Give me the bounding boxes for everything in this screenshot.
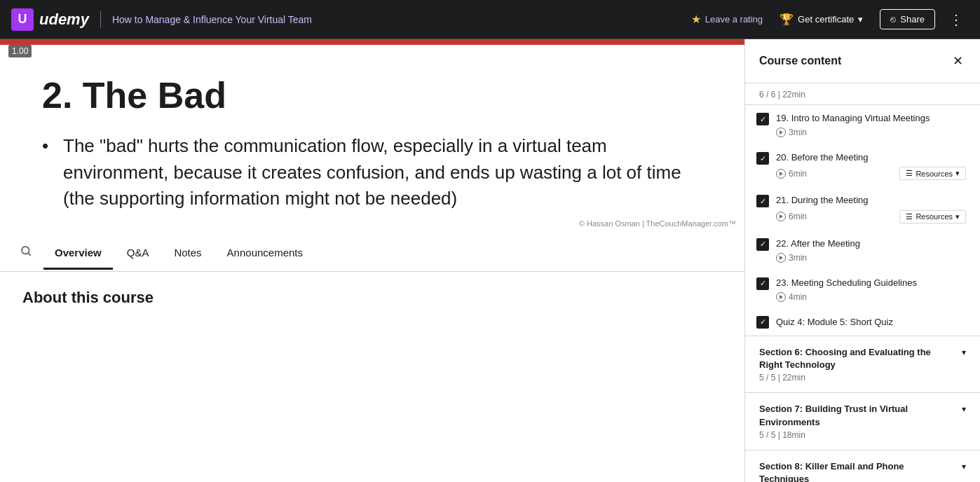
resources-chevron-icon: ▾ bbox=[955, 212, 960, 221]
course-content-header: Course content ✕ bbox=[745, 39, 980, 83]
main-content: 2. The Bad The "bad" hurts the communica… bbox=[0, 39, 980, 482]
more-menu-button[interactable]: ⋮ bbox=[944, 8, 969, 31]
quiz-4-title: Quiz 4: Module 5: Short Quiz bbox=[776, 317, 893, 327]
lesson-20-info: 20. Before the Meeting 6min ☰ Resources … bbox=[776, 151, 966, 180]
svg-point-0 bbox=[22, 247, 29, 254]
section-8-header[interactable]: Section 8: Killer Email and Phone Techni… bbox=[745, 450, 980, 482]
tab-announcements[interactable]: Announcements bbox=[216, 235, 314, 270]
left-panel: 2. The Bad The "bad" hurts the communica… bbox=[0, 39, 744, 482]
lesson-19-title: 19. Intro to Managing Virtual Meetings bbox=[776, 112, 966, 125]
section-8-title: Section 8: Killer Email and Phone Techni… bbox=[759, 460, 956, 482]
section-7-chevron-icon: ▾ bbox=[962, 404, 966, 414]
video-timestamp: 1.00 bbox=[8, 45, 32, 57]
lesson-22-title: 22. After the Meeting bbox=[776, 237, 966, 250]
resources-chevron-icon: ▾ bbox=[955, 169, 960, 178]
content-list: 6 / 6 | 22min ✓ 19. Intro to Managing Vi… bbox=[745, 83, 980, 482]
section-5-item: 6 / 6 | 22min ✓ 19. Intro to Managing Vi… bbox=[745, 83, 980, 336]
header-actions: ★ Leave a rating 🏆 Get certificate ▾ ⎋ S… bbox=[691, 8, 969, 31]
quiz-4[interactable]: ✓ Quiz 4: Module 5: Short Quiz bbox=[745, 309, 980, 336]
tab-overview[interactable]: Overview bbox=[43, 235, 113, 270]
lesson-22-checkbox: ✓ bbox=[756, 238, 769, 251]
lesson-19-meta: 3min bbox=[776, 128, 966, 137]
quiz-4-checkbox: ✓ bbox=[756, 316, 769, 329]
tabs-bar: Overview Q&A Notes Announcements bbox=[0, 233, 744, 272]
lesson-19[interactable]: ✓ 19. Intro to Managing Virtual Meetings… bbox=[745, 105, 980, 144]
logo[interactable]: U udemy bbox=[11, 8, 89, 31]
play-icon bbox=[776, 128, 786, 137]
play-icon bbox=[776, 292, 786, 302]
lesson-22-info: 22. After the Meeting 3min bbox=[776, 237, 966, 263]
search-tab-icon[interactable] bbox=[11, 233, 41, 271]
section-6-header[interactable]: Section 6: Choosing and Evaluating the R… bbox=[745, 336, 980, 392]
section-7-meta: 5 / 5 | 18min bbox=[759, 430, 956, 440]
tab-notes[interactable]: Notes bbox=[163, 235, 212, 270]
chevron-down-icon: ▾ bbox=[858, 14, 863, 25]
video-slide: 2. The Bad The "bad" hurts the communica… bbox=[0, 39, 744, 233]
lesson-21-meta: 6min ☰ Resources ▾ bbox=[776, 210, 966, 223]
slide-watermark: © Hassan Osman | TheCouchManager.com™ bbox=[579, 219, 736, 228]
section-8-item: Section 8: Killer Email and Phone Techni… bbox=[745, 450, 980, 482]
lesson-20-resources-button[interactable]: ☰ Resources ▾ bbox=[899, 167, 966, 180]
app-header: U udemy How to Manage & Influence Your V… bbox=[0, 0, 980, 39]
svg-line-1 bbox=[28, 254, 30, 256]
slide-heading: 2. The Bad bbox=[42, 74, 226, 116]
lesson-22-duration: 3min bbox=[776, 253, 807, 263]
lesson-19-duration: 3min bbox=[776, 128, 807, 137]
lesson-20-title: 20. Before the Meeting bbox=[776, 151, 966, 164]
play-icon bbox=[776, 253, 786, 263]
section-7-item: Section 7: Building Trust in Virtual Env… bbox=[745, 393, 980, 450]
lesson-23-checkbox: ✓ bbox=[756, 277, 769, 290]
lesson-22[interactable]: ✓ 22. After the Meeting 3min bbox=[745, 230, 980, 270]
lesson-21[interactable]: ✓ 21. During the Meeting 6min ☰ Resource… bbox=[745, 187, 980, 230]
lesson-20-duration: 6min bbox=[776, 169, 807, 179]
section-6-title: Section 6: Choosing and Evaluating the R… bbox=[759, 346, 956, 371]
play-icon bbox=[776, 212, 786, 221]
resources-icon: ☰ bbox=[906, 169, 913, 178]
section-8-chevron-icon: ▾ bbox=[962, 462, 966, 471]
slide-top-bar bbox=[0, 39, 744, 45]
about-heading: About this course bbox=[22, 289, 722, 307]
section-7-title: Section 7: Building Trust in Virtual Env… bbox=[759, 403, 956, 428]
lesson-21-checkbox: ✓ bbox=[756, 195, 769, 207]
section-6-item: Section 6: Choosing and Evaluating the R… bbox=[745, 336, 980, 393]
course-title: How to Manage & Influence Your Virtual T… bbox=[112, 14, 680, 25]
section-6-chevron-icon: ▾ bbox=[962, 347, 966, 357]
rating-label: Leave a rating bbox=[705, 14, 763, 25]
logo-icon: U bbox=[11, 8, 34, 31]
logo-wordmark: udemy bbox=[39, 11, 89, 29]
lesson-19-info: 19. Intro to Managing Virtual Meetings 3… bbox=[776, 112, 966, 137]
lesson-21-resources-button[interactable]: ☰ Resources ▾ bbox=[899, 210, 966, 223]
lesson-21-info: 21. During the Meeting 6min ☰ Resources … bbox=[776, 194, 966, 223]
get-certificate-button[interactable]: 🏆 Get certificate ▾ bbox=[771, 8, 871, 30]
course-content-title: Course content bbox=[759, 55, 841, 67]
lesson-20-meta: 6min ☰ Resources ▾ bbox=[776, 167, 966, 180]
close-panel-button[interactable]: ✕ bbox=[950, 50, 966, 71]
star-icon: ★ bbox=[691, 13, 701, 26]
course-content-panel: Course content ✕ 6 / 6 | 22min ✓ 19. Int… bbox=[744, 39, 980, 482]
header-divider bbox=[100, 11, 101, 28]
section-7-header[interactable]: Section 7: Building Trust in Virtual Env… bbox=[745, 393, 980, 449]
lesson-20[interactable]: ✓ 20. Before the Meeting 6min ☰ Resource… bbox=[745, 144, 980, 187]
lesson-23-title: 23. Meeting Scheduling Guidelines bbox=[776, 277, 966, 289]
about-section: About this course bbox=[0, 272, 744, 482]
lesson-21-title: 21. During the Meeting bbox=[776, 194, 966, 207]
lesson-23-info: 23. Meeting Scheduling Guidelines 4min bbox=[776, 277, 966, 302]
share-button[interactable]: ⎋ Share bbox=[880, 9, 935, 29]
share-label: Share bbox=[900, 14, 925, 25]
lesson-21-duration: 6min bbox=[776, 212, 807, 221]
tab-qa[interactable]: Q&A bbox=[116, 235, 161, 270]
lesson-23-meta: 4min bbox=[776, 292, 966, 302]
lesson-22-meta: 3min bbox=[776, 253, 966, 263]
trophy-icon: 🏆 bbox=[780, 13, 794, 26]
share-icon: ⎋ bbox=[890, 14, 896, 25]
section-5-meta: 6 / 6 | 22min bbox=[759, 90, 805, 99]
lesson-23-duration: 4min bbox=[776, 292, 807, 302]
dots-icon: ⋮ bbox=[949, 12, 963, 27]
slide-bullet: The "bad" hurts the communication flow, … bbox=[42, 133, 702, 212]
leave-rating-button[interactable]: ★ Leave a rating bbox=[691, 13, 763, 26]
lesson-23[interactable]: ✓ 23. Meeting Scheduling Guidelines 4min bbox=[745, 270, 980, 309]
video-area: 2. The Bad The "bad" hurts the communica… bbox=[0, 39, 744, 233]
cert-label: Get certificate bbox=[798, 14, 854, 25]
play-icon bbox=[776, 169, 786, 179]
lesson-19-checkbox: ✓ bbox=[756, 113, 769, 125]
